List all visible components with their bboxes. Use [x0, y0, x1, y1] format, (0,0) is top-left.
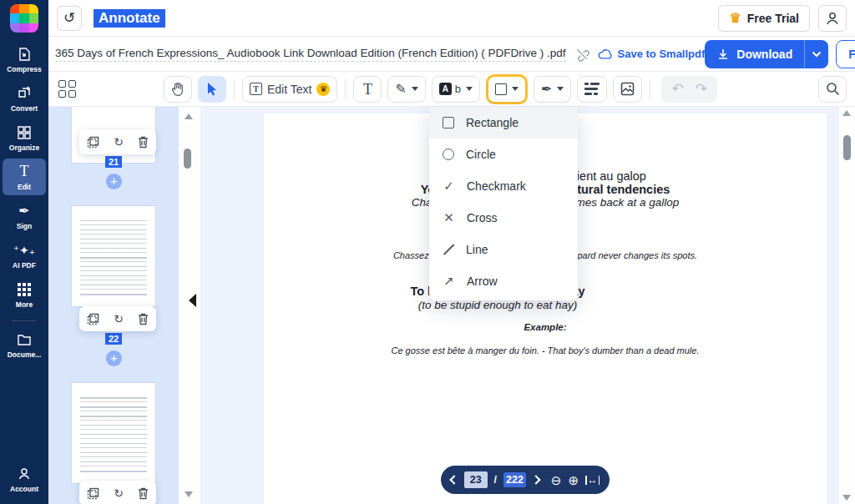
header-actions: ♛ Free Trial — [718, 5, 847, 32]
previous-page-button[interactable] — [449, 475, 458, 484]
save-label: Save to Smallpdf — [618, 48, 706, 60]
account-menu-button[interactable] — [818, 5, 847, 32]
thumbnail-panel-toggle[interactable] — [58, 80, 76, 98]
menu-item-label: Cross — [467, 211, 498, 224]
tool-group: T Edit Text ♛ T ✎ A b ✒ — [164, 74, 717, 104]
delete-page-icon[interactable] — [138, 487, 149, 500]
download-button[interactable]: Download — [705, 48, 804, 61]
annotation-toolbar: T Edit Text ♛ T ✎ A b ✒ — [48, 72, 855, 107]
menu-item-cross[interactable]: ✕ Cross — [429, 202, 578, 234]
sidebar-item-edit[interactable]: T Edit — [3, 159, 46, 195]
rotate-page-icon[interactable]: ↻ — [114, 486, 124, 500]
scrollbar-thumb[interactable] — [184, 149, 191, 169]
app-sidebar: Compress Convert Organize T Edit ✒ Sign … — [0, 0, 48, 504]
panel-collapse-handle[interactable] — [189, 294, 196, 307]
scroll-up-arrow[interactable] — [185, 113, 193, 119]
thumbnail-actions: ↻ — [79, 481, 156, 504]
menu-item-label: Line — [466, 243, 488, 256]
page-number-badge[interactable]: 21 — [48, 154, 179, 169]
duplicate-page-icon[interactable] — [87, 313, 99, 325]
sidebar-item-more[interactable]: More — [3, 276, 46, 313]
next-page-button[interactable] — [531, 475, 540, 484]
scroll-up-arrow[interactable] — [842, 110, 851, 116]
caret-down-icon — [412, 87, 418, 91]
annotation-list-button[interactable] — [577, 76, 607, 103]
current-page-input[interactable]: 23 — [464, 471, 488, 488]
add-text-tool-button[interactable]: T — [353, 76, 382, 103]
reset-undo-button[interactable]: ↺ — [57, 6, 82, 31]
cross-icon: ✕ — [443, 210, 455, 225]
redo-icon[interactable]: ↷ — [696, 80, 707, 98]
insert-page-button[interactable]: + — [106, 350, 122, 366]
thumbnail-actions: ↻ — [79, 306, 156, 331]
sidebar-item-account[interactable]: Account — [3, 461, 46, 497]
file-bar: 365 Days of French Expressions_ Audioboo… — [48, 37, 855, 72]
sidebar-item-convert[interactable]: Convert — [3, 80, 46, 117]
pencil-icon: ✎ — [395, 83, 406, 96]
insert-page-button[interactable]: + — [106, 174, 122, 189]
finish-label: Finish — [848, 48, 855, 61]
chevron-down-icon — [812, 51, 822, 58]
save-to-smallpdf-link[interactable]: Save to Smallpdf — [598, 48, 706, 60]
rectangle-icon — [443, 117, 454, 129]
hand-tool-button[interactable] — [164, 76, 192, 103]
draw-tool-button[interactable]: ✎ — [387, 76, 425, 103]
duplicate-page-icon[interactable] — [87, 136, 99, 149]
sidebar-item-label: Convert — [11, 104, 38, 113]
highlight-icon: A — [439, 83, 452, 95]
menu-item-label: Rectangle — [466, 116, 519, 129]
caret-down-icon — [557, 87, 564, 91]
undo-icon[interactable]: ↶ — [671, 80, 683, 98]
menu-item-line[interactable]: Line — [429, 234, 578, 265]
broken-link-icon — [574, 47, 589, 62]
insert-image-button[interactable] — [613, 76, 642, 103]
highlight-tool-button[interactable]: A b — [432, 76, 480, 103]
thumbnail-page-23[interactable] — [72, 383, 155, 483]
zoom-out-button[interactable]: ⊖ — [551, 474, 562, 486]
free-trial-button[interactable]: ♛ Free Trial — [718, 5, 810, 32]
menu-item-checkmark[interactable]: ✓ Checkmark — [429, 170, 578, 202]
hand-icon — [171, 82, 185, 97]
scroll-down-arrow[interactable] — [185, 491, 193, 497]
search-button[interactable] — [818, 76, 847, 103]
zoom-in-button[interactable]: ⊕ — [568, 474, 579, 486]
edit-text-button[interactable]: T Edit Text ♛ — [242, 76, 337, 103]
download-options-button[interactable] — [805, 40, 828, 68]
download-split-button: Download — [705, 40, 828, 68]
sidebar-item-label: More — [16, 300, 33, 309]
thumbnail-actions: ↻ — [79, 129, 156, 154]
shape-dropdown-menu: Rectangle Circle ✓ Checkmark ✕ Cross Lin… — [429, 107, 578, 300]
page-number-badge[interactable]: 22 — [48, 330, 179, 345]
sidebar-item-label: Compress — [7, 65, 42, 73]
menu-item-rectangle[interactable]: Rectangle — [429, 107, 578, 139]
sidebar-item-organize[interactable]: Organize — [3, 119, 46, 156]
finish-button[interactable]: Finish → — [836, 40, 855, 68]
line-icon — [443, 244, 454, 255]
rotate-page-icon[interactable]: ↻ — [114, 135, 124, 149]
sidebar-item-sign[interactable]: ✒ Sign — [3, 198, 46, 234]
thumbnail-content — [80, 216, 147, 296]
folder-icon — [17, 331, 32, 348]
delete-page-icon[interactable] — [138, 136, 149, 149]
rotate-page-icon[interactable]: ↻ — [114, 312, 124, 325]
smallpdf-logo[interactable] — [10, 4, 38, 33]
select-tool-button[interactable] — [198, 76, 226, 103]
duplicate-page-icon[interactable] — [87, 487, 99, 500]
menu-item-circle[interactable]: Circle — [429, 139, 578, 170]
scroll-down-arrow[interactable] — [842, 495, 851, 501]
fit-width-button[interactable]: ↔ — [585, 474, 600, 486]
thumbnail-page-22[interactable] — [72, 206, 155, 306]
undo-redo-group: ↶ ↷ — [661, 76, 717, 103]
page-title: Annotate — [94, 9, 165, 28]
delete-page-icon[interactable] — [138, 313, 149, 325]
sidebar-item-compress[interactable]: Compress — [3, 41, 46, 78]
organize-icon — [17, 124, 32, 141]
sidebar-item-ai-pdf[interactable]: ⁺✦₊ AI PDF — [3, 237, 46, 274]
free-trial-label: Free Trial — [747, 12, 799, 25]
scrollbar-thumb[interactable] — [843, 135, 851, 160]
shape-tool-button[interactable] — [486, 74, 528, 104]
signature-tool-button[interactable]: ✒ — [534, 76, 571, 103]
sidebar-item-documents[interactable]: Docume... — [3, 326, 46, 363]
menu-item-arrow[interactable]: ↗ Arrow — [429, 265, 578, 297]
crown-icon: ♛ — [729, 12, 741, 25]
